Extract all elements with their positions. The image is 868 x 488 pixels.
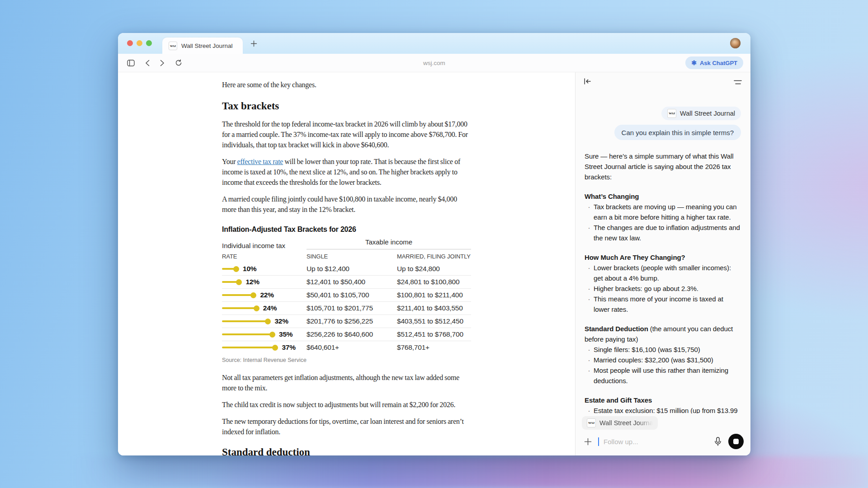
- table-row: 22%$50,401 to $105,700$100,801 to $211,4…: [222, 289, 471, 302]
- rate-label: 37%: [282, 343, 295, 352]
- table-row: 37%$640,601+$768,701+: [222, 341, 471, 354]
- window-controls: [127, 40, 152, 46]
- rate-bar: [222, 268, 236, 270]
- new-tab-button[interactable]: [248, 38, 259, 49]
- sidebar-menu-icon[interactable]: [734, 78, 742, 86]
- effective-tax-rate-link[interactable]: effective tax rate: [237, 158, 283, 165]
- reload-icon[interactable]: [175, 59, 182, 66]
- minimize-window-button[interactable]: [137, 40, 142, 46]
- sidebar-toggle-icon[interactable]: [127, 60, 135, 66]
- article-paragraph: The threshold for the top federal income…: [222, 119, 471, 150]
- ask-chatgpt-label: Ask ChatGPT: [700, 60, 737, 66]
- wsj-favicon-icon: WSJ: [587, 418, 596, 427]
- attach-button[interactable]: [582, 436, 594, 447]
- assistant-bullet: ·Higher brackets: go up about 2.3%.: [585, 283, 741, 294]
- table-row: 24%$105,701 to $201,775$211,401 to $403,…: [222, 302, 471, 315]
- assistant-bullet: ·This means more of your income is taxed…: [585, 294, 741, 314]
- married-range: $768,701+: [397, 343, 471, 352]
- rate-label: 24%: [263, 304, 277, 312]
- married-range: $512,451 to $768,700: [397, 330, 471, 338]
- plus-icon: [584, 438, 592, 446]
- chat-composer: WSJ Wall Street Journal: [576, 413, 750, 455]
- forward-icon[interactable]: [160, 60, 165, 66]
- article-paragraph: The child tax credit is now subject to a…: [222, 399, 471, 410]
- wsj-favicon-icon: WSJ: [667, 109, 676, 118]
- table-body: 10%Up to $12,400Up to $24,80012%$12,401 …: [222, 263, 471, 354]
- assistant-section-heading: How Much Are They Changing?: [585, 252, 741, 263]
- rate-label: 22%: [260, 291, 274, 299]
- stop-button[interactable]: [728, 434, 744, 449]
- single-range: $640,601+: [307, 343, 397, 352]
- microphone-icon: [714, 437, 722, 446]
- composer-context-chip[interactable]: WSJ Wall Street Journal: [582, 416, 658, 430]
- back-icon[interactable]: [145, 60, 150, 66]
- single-range: Up to $12,400: [307, 265, 397, 273]
- chatgpt-sidebar: WSJ Wall Street Journal Can you explain …: [575, 72, 750, 455]
- address-display[interactable]: wsj.com: [118, 60, 750, 66]
- plus-icon: [250, 40, 257, 47]
- table-group-left: Individual income tax: [222, 242, 307, 249]
- tax-bracket-table: Inflation-Adjusted Tax Brackets for 2026…: [222, 225, 471, 363]
- assistant-bullet: ·Tax brackets are moving up — meaning yo…: [585, 202, 741, 222]
- rate-bar: [222, 294, 254, 296]
- wsj-favicon-icon: WSJ: [169, 42, 177, 50]
- article-paragraph: A married couple filing jointly could ha…: [222, 194, 471, 215]
- table-row: 32%$201,776 to $256,225$403,551 to $512,…: [222, 315, 471, 328]
- table-group-right: Taxable income: [307, 238, 471, 249]
- composer-chip-label: Wall Street Journal: [599, 419, 653, 427]
- single-range: $50,401 to $105,700: [307, 291, 397, 299]
- assistant-bullet: ·Lower brackets (people with smaller inc…: [585, 263, 741, 283]
- married-range: $100,801 to $211,400: [397, 291, 471, 299]
- article-page: Here are some of the key changes. Tax br…: [118, 72, 575, 455]
- table-source: Source: Internal Revenue Service: [222, 357, 471, 363]
- openai-logo-icon: ✱: [691, 60, 697, 66]
- voice-input-button[interactable]: [712, 436, 724, 447]
- assistant-section-heading: What’s Changing: [585, 191, 741, 202]
- article-heading-tax-brackets: Tax brackets: [222, 100, 471, 113]
- assistant-bullet: ·Estate tax exclusion: $15 million (up f…: [585, 405, 741, 413]
- chat-transcript: WSJ Wall Street Journal Can you explain …: [576, 92, 750, 413]
- tab-title: Wall Street Journal: [181, 42, 233, 49]
- single-range: $201,776 to $256,225: [307, 317, 397, 325]
- married-range: Up to $24,800: [397, 265, 471, 273]
- stop-icon: [733, 439, 739, 444]
- assistant-bullet: ·The changes are due to inflation adjust…: [585, 222, 741, 243]
- assistant-bullet: ·Single filers: $16,100 (was $15,750): [585, 344, 741, 355]
- close-window-button[interactable]: [127, 40, 133, 46]
- wallpaper-streak: [0, 456, 868, 488]
- married-range: $24,801 to $100,800: [397, 278, 471, 286]
- ask-chatgpt-button[interactable]: ✱ Ask ChatGPT: [685, 56, 743, 69]
- single-range: $256,226 to $640,600: [307, 330, 397, 338]
- married-range: $211,401 to $403,550: [397, 304, 471, 312]
- assistant-bullet: ·Married couples: $32,200 (was $31,500): [585, 355, 741, 365]
- rate-bar: [222, 320, 268, 323]
- collapse-sidebar-icon[interactable]: [584, 78, 591, 87]
- article-heading-standard-deduction: Standard deduction: [222, 446, 471, 455]
- rate-label: 35%: [279, 330, 292, 338]
- table-header-row: RATE SINGLE MARRIED, FILING JOINTLY: [222, 253, 471, 263]
- user-avatar[interactable]: [730, 38, 741, 48]
- rate-bar: [222, 333, 273, 336]
- assistant-section-heading: Standard Deduction (the amount you can d…: [585, 324, 741, 344]
- rate-label: 32%: [274, 317, 288, 325]
- browser-window: WSJ Wall Street Journal: [118, 33, 750, 455]
- rate-bar: [222, 281, 239, 283]
- article-paragraph: Your effective tax rate will be lower th…: [222, 156, 471, 188]
- table-row: 12%$12,401 to $50,400$24,801 to $100,800: [222, 276, 471, 289]
- rate-bar: [222, 347, 275, 349]
- table-row: 35%$256,226 to $640,600$512,451 to $768,…: [222, 328, 471, 341]
- table-row: 10%Up to $12,400Up to $24,800: [222, 263, 471, 276]
- fullscreen-window-button[interactable]: [146, 40, 152, 46]
- assistant-message: Sure — here’s a simple summary of what t…: [585, 151, 741, 413]
- single-range: $12,401 to $50,400: [307, 278, 397, 286]
- tab-wall-street-journal[interactable]: WSJ Wall Street Journal: [162, 38, 243, 54]
- follow-up-input[interactable]: [604, 438, 708, 446]
- assistant-section-heading: Estate and Gift Taxes: [585, 395, 741, 405]
- user-message-bubble: Can you explain this in simple terms?: [614, 125, 741, 140]
- desktop-background: WSJ Wall Street Journal: [0, 0, 868, 488]
- page-context-chip[interactable]: WSJ Wall Street Journal: [661, 107, 741, 120]
- assistant-paragraph: Sure — here’s a simple summary of what t…: [585, 151, 741, 182]
- context-chip-label: Wall Street Journal: [680, 110, 735, 117]
- browser-toolbar: wsj.com ✱ Ask ChatGPT: [118, 54, 750, 72]
- assistant-bullet: ·Most people will use this rather than i…: [585, 365, 741, 386]
